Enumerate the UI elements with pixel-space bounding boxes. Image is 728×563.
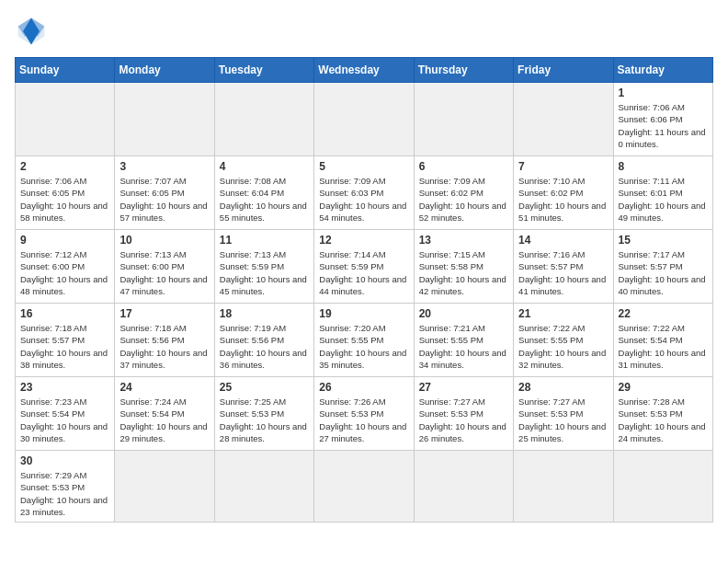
day-info: Sunrise: 7:24 AM Sunset: 5:54 PM Dayligh… <box>119 396 209 444</box>
day-number: 19 <box>319 307 408 320</box>
day-number: 9 <box>20 234 109 247</box>
day-cell <box>414 451 513 523</box>
day-header-sunday: Sunday <box>16 58 115 83</box>
day-cell <box>414 83 513 156</box>
day-cell <box>514 451 613 523</box>
day-info: Sunrise: 7:09 AM Sunset: 6:02 PM Dayligh… <box>419 175 508 224</box>
week-row-1: 1Sunrise: 7:06 AM Sunset: 6:06 PM Daylig… <box>16 83 713 156</box>
day-info: Sunrise: 7:11 AM Sunset: 6:01 PM Dayligh… <box>619 175 708 224</box>
day-cell <box>16 83 115 156</box>
day-cell <box>214 83 313 156</box>
day-cell: 19Sunrise: 7:20 AM Sunset: 5:55 PM Dayli… <box>314 304 414 377</box>
day-number: 4 <box>220 160 309 173</box>
logo <box>15 15 53 48</box>
day-cell <box>613 451 712 523</box>
calendar-header <box>15 15 713 48</box>
day-cell <box>115 83 214 156</box>
day-info: Sunrise: 7:28 AM Sunset: 5:53 PM Dayligh… <box>619 396 708 444</box>
day-cell <box>314 83 414 156</box>
day-number: 24 <box>119 381 209 394</box>
day-number: 7 <box>518 160 608 173</box>
day-cell: 17Sunrise: 7:18 AM Sunset: 5:56 PM Dayli… <box>115 304 214 377</box>
day-info: Sunrise: 7:13 AM Sunset: 5:59 PM Dayligh… <box>220 248 309 297</box>
day-cell: 16Sunrise: 7:18 AM Sunset: 5:57 PM Dayli… <box>16 304 115 377</box>
day-number: 27 <box>419 381 508 394</box>
day-info: Sunrise: 7:09 AM Sunset: 6:03 PM Dayligh… <box>319 175 408 224</box>
day-info: Sunrise: 7:06 AM Sunset: 6:05 PM Dayligh… <box>20 175 109 224</box>
day-number: 21 <box>518 307 608 320</box>
day-number: 20 <box>419 307 508 320</box>
day-number: 15 <box>619 234 708 247</box>
day-number: 29 <box>619 381 708 394</box>
day-number: 22 <box>619 307 708 320</box>
day-info: Sunrise: 7:13 AM Sunset: 6:00 PM Dayligh… <box>119 248 209 297</box>
day-number: 13 <box>419 234 508 247</box>
day-header-friday: Friday <box>514 58 613 83</box>
day-cell: 15Sunrise: 7:17 AM Sunset: 5:57 PM Dayli… <box>613 230 712 304</box>
day-cell: 18Sunrise: 7:19 AM Sunset: 5:56 PM Dayli… <box>214 304 313 377</box>
week-row-4: 16Sunrise: 7:18 AM Sunset: 5:57 PM Dayli… <box>16 304 713 377</box>
day-cell <box>514 83 613 156</box>
day-cell: 26Sunrise: 7:26 AM Sunset: 5:53 PM Dayli… <box>314 377 414 451</box>
day-number: 14 <box>518 234 608 247</box>
day-number: 30 <box>20 454 109 467</box>
day-cell: 3Sunrise: 7:07 AM Sunset: 6:05 PM Daylig… <box>115 156 214 230</box>
day-cell <box>214 451 313 523</box>
day-number: 16 <box>20 307 109 320</box>
week-row-3: 9Sunrise: 7:12 AM Sunset: 6:00 PM Daylig… <box>16 230 713 304</box>
day-info: Sunrise: 7:22 AM Sunset: 5:54 PM Dayligh… <box>619 322 708 371</box>
day-cell: 6Sunrise: 7:09 AM Sunset: 6:02 PM Daylig… <box>414 156 513 230</box>
day-info: Sunrise: 7:14 AM Sunset: 5:59 PM Dayligh… <box>319 248 408 297</box>
day-cell: 30Sunrise: 7:29 AM Sunset: 5:53 PM Dayli… <box>16 451 115 523</box>
day-info: Sunrise: 7:16 AM Sunset: 5:57 PM Dayligh… <box>518 248 608 297</box>
day-info: Sunrise: 7:15 AM Sunset: 5:58 PM Dayligh… <box>419 248 508 297</box>
day-cell: 27Sunrise: 7:27 AM Sunset: 5:53 PM Dayli… <box>414 377 513 451</box>
day-info: Sunrise: 7:25 AM Sunset: 5:53 PM Dayligh… <box>220 396 309 444</box>
day-header-wednesday: Wednesday <box>314 58 414 83</box>
logo-icon <box>15 15 48 48</box>
week-row-5: 23Sunrise: 7:23 AM Sunset: 5:54 PM Dayli… <box>16 377 713 451</box>
day-info: Sunrise: 7:27 AM Sunset: 5:53 PM Dayligh… <box>518 396 608 444</box>
day-cell: 9Sunrise: 7:12 AM Sunset: 6:00 PM Daylig… <box>16 230 115 304</box>
days-header-row: SundayMondayTuesdayWednesdayThursdayFrid… <box>16 58 713 83</box>
day-info: Sunrise: 7:23 AM Sunset: 5:54 PM Dayligh… <box>20 396 109 444</box>
day-info: Sunrise: 7:20 AM Sunset: 5:55 PM Dayligh… <box>319 322 408 371</box>
day-header-monday: Monday <box>115 58 214 83</box>
day-info: Sunrise: 7:27 AM Sunset: 5:53 PM Dayligh… <box>419 396 508 444</box>
day-header-thursday: Thursday <box>414 58 513 83</box>
day-info: Sunrise: 7:17 AM Sunset: 5:57 PM Dayligh… <box>619 248 708 297</box>
day-cell: 22Sunrise: 7:22 AM Sunset: 5:54 PM Dayli… <box>613 304 712 377</box>
day-cell: 1Sunrise: 7:06 AM Sunset: 6:06 PM Daylig… <box>613 83 712 156</box>
day-info: Sunrise: 7:21 AM Sunset: 5:55 PM Dayligh… <box>419 322 508 371</box>
day-info: Sunrise: 7:18 AM Sunset: 5:57 PM Dayligh… <box>20 322 109 371</box>
day-cell: 12Sunrise: 7:14 AM Sunset: 5:59 PM Dayli… <box>314 230 414 304</box>
day-cell: 21Sunrise: 7:22 AM Sunset: 5:55 PM Dayli… <box>514 304 613 377</box>
day-number: 2 <box>20 160 109 173</box>
day-number: 12 <box>319 234 408 247</box>
day-number: 3 <box>119 160 209 173</box>
day-info: Sunrise: 7:07 AM Sunset: 6:05 PM Dayligh… <box>119 175 209 224</box>
day-number: 10 <box>119 234 209 247</box>
day-cell: 28Sunrise: 7:27 AM Sunset: 5:53 PM Dayli… <box>514 377 613 451</box>
day-info: Sunrise: 7:10 AM Sunset: 6:02 PM Dayligh… <box>518 175 608 224</box>
day-cell: 25Sunrise: 7:25 AM Sunset: 5:53 PM Dayli… <box>214 377 313 451</box>
day-info: Sunrise: 7:22 AM Sunset: 5:55 PM Dayligh… <box>518 322 608 371</box>
day-number: 1 <box>619 86 708 99</box>
day-cell: 10Sunrise: 7:13 AM Sunset: 6:00 PM Dayli… <box>115 230 214 304</box>
day-cell: 14Sunrise: 7:16 AM Sunset: 5:57 PM Dayli… <box>514 230 613 304</box>
day-info: Sunrise: 7:26 AM Sunset: 5:53 PM Dayligh… <box>319 396 408 444</box>
day-cell: 29Sunrise: 7:28 AM Sunset: 5:53 PM Dayli… <box>613 377 712 451</box>
day-cell <box>115 451 214 523</box>
day-number: 18 <box>220 307 309 320</box>
day-number: 28 <box>518 381 608 394</box>
day-info: Sunrise: 7:08 AM Sunset: 6:04 PM Dayligh… <box>220 175 309 224</box>
day-number: 26 <box>319 381 408 394</box>
day-number: 6 <box>419 160 508 173</box>
day-cell: 13Sunrise: 7:15 AM Sunset: 5:58 PM Dayli… <box>414 230 513 304</box>
day-cell: 4Sunrise: 7:08 AM Sunset: 6:04 PM Daylig… <box>214 156 313 230</box>
day-cell: 8Sunrise: 7:11 AM Sunset: 6:01 PM Daylig… <box>613 156 712 230</box>
day-number: 17 <box>119 307 209 320</box>
day-number: 23 <box>20 381 109 394</box>
week-row-2: 2Sunrise: 7:06 AM Sunset: 6:05 PM Daylig… <box>16 156 713 230</box>
day-cell: 20Sunrise: 7:21 AM Sunset: 5:55 PM Dayli… <box>414 304 513 377</box>
